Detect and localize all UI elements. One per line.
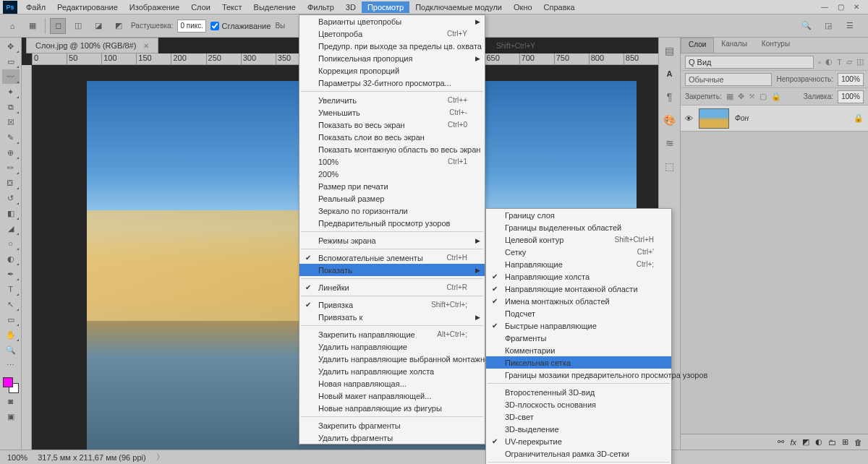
- filter-smart-icon[interactable]: ◫: [856, 57, 864, 66]
- menu-item[interactable]: ✔Имена монтажных областей: [486, 295, 671, 307]
- menu-item[interactable]: УменьшитьCtrl+-: [299, 106, 485, 119]
- move-tool[interactable]: ✥: [2, 39, 20, 53]
- layer-thumbnail[interactable]: [699, 108, 729, 129]
- menu-item[interactable]: Показать▶: [299, 264, 485, 276]
- heal-tool[interactable]: ⊕: [2, 145, 20, 160]
- menu-item[interactable]: Привязать к▶: [299, 311, 485, 323]
- filter-adjust-icon[interactable]: ◐: [825, 57, 833, 66]
- eraser-tool[interactable]: ◧: [2, 206, 20, 220]
- menu-item[interactable]: Показать во весь экранCtrl+0: [299, 119, 485, 131]
- filter-shape-icon[interactable]: ▱: [846, 57, 852, 66]
- antialias-checkbox[interactable]: Сглаживание: [210, 22, 271, 30]
- stamp-tool[interactable]: ⛋: [2, 176, 20, 190]
- shape-tool[interactable]: ▭: [2, 312, 20, 327]
- adjustments-panel-icon[interactable]: ≋: [663, 136, 677, 150]
- layer-filter-kind[interactable]: Q Вид: [685, 56, 814, 69]
- menu-item[interactable]: ✔Направляющие монтажной области: [486, 283, 671, 295]
- menu-item[interactable]: Закрепить фрагменты: [299, 419, 485, 431]
- menu-item[interactable]: Режимы экрана▶: [299, 234, 485, 246]
- color-swatches[interactable]: [3, 377, 19, 393]
- history-brush-tool[interactable]: ↺: [2, 191, 20, 205]
- chevron-right-icon[interactable]: 〉: [156, 452, 164, 463]
- feather-input[interactable]: [177, 20, 206, 33]
- menu-текст[interactable]: Текст: [216, 1, 248, 13]
- quickmask-tool[interactable]: ◙: [2, 394, 20, 408]
- gradient-tool[interactable]: ◢: [2, 221, 20, 236]
- history-panel-icon[interactable]: ▤: [663, 43, 677, 58]
- menu-фильтр[interactable]: Фильтр: [302, 1, 340, 13]
- close-tab-icon[interactable]: ✕: [143, 42, 149, 50]
- menu-item[interactable]: СеткуCtrl+': [486, 246, 671, 258]
- layer-mask-icon[interactable]: ◩: [802, 437, 809, 447]
- menu-item[interactable]: Предварительный просмотр узоров: [299, 217, 485, 229]
- zoom-level[interactable]: 100%: [7, 453, 27, 462]
- lasso-tool[interactable]: 〰: [2, 69, 20, 84]
- share-icon[interactable]: ◲: [820, 18, 836, 34]
- selection-add-icon[interactable]: ◫: [70, 18, 86, 34]
- lock-icon[interactable]: 🔒: [771, 92, 781, 101]
- menu-item[interactable]: Новый макет направляющей...: [299, 390, 485, 402]
- panel-menu-icon[interactable]: ☰: [842, 18, 858, 34]
- menu-изображение[interactable]: Изображение: [124, 1, 185, 13]
- menu-item[interactable]: ✔UV-перекрытие: [486, 435, 671, 447]
- menu-item[interactable]: ✔Быстрые направляющие: [486, 319, 671, 332]
- menu-item[interactable]: ✔ПривязкаShift+Ctrl+;: [299, 298, 485, 311]
- menu-3d[interactable]: 3D: [340, 1, 362, 13]
- layer-name[interactable]: Фон: [735, 114, 749, 122]
- marquee-tool[interactable]: ▭: [2, 54, 20, 69]
- eyedropper-tool[interactable]: ✎: [2, 130, 20, 145]
- menu-item[interactable]: Размер при печати: [299, 180, 485, 192]
- frame-tool[interactable]: ☒: [2, 115, 20, 129]
- menu-слои[interactable]: Слои: [185, 1, 216, 13]
- menu-справка[interactable]: Справка: [538, 1, 581, 13]
- color-panel-icon[interactable]: 🎨: [663, 113, 677, 127]
- wand-tool[interactable]: ✦: [2, 85, 20, 99]
- menu-item[interactable]: ✔ЛинейкиCtrl+R: [299, 281, 485, 293]
- paragraph-panel-icon[interactable]: ¶: [663, 90, 677, 104]
- delete-layer-icon[interactable]: 🗑: [854, 438, 862, 447]
- hand-tool[interactable]: ✋: [2, 327, 20, 342]
- workspace-icon[interactable]: ▦: [25, 18, 41, 34]
- menu-item[interactable]: Реальный размер: [299, 192, 485, 205]
- menu-item[interactable]: Пиксельная сетка: [486, 356, 671, 369]
- lock-pixels-icon[interactable]: ▦: [726, 92, 733, 101]
- menu-просмотр[interactable]: Просмотр: [362, 1, 409, 13]
- menu-файл[interactable]: Файл: [20, 1, 51, 13]
- selection-intersect-icon[interactable]: ◩: [111, 18, 127, 34]
- menu-окно[interactable]: Окно: [508, 1, 538, 13]
- blend-mode-select[interactable]: Обычные: [685, 73, 772, 86]
- menu-item[interactable]: Закрепить направляющиеAlt+Ctrl+;: [299, 328, 485, 340]
- menu-выделение[interactable]: Выделение: [248, 1, 302, 13]
- menu-редактирование[interactable]: Редактирование: [51, 1, 124, 13]
- menu-item[interactable]: Предупр. при выходе за пределы цв. охват…: [299, 40, 485, 52]
- path-select-tool[interactable]: ↖: [2, 297, 20, 312]
- visibility-icon[interactable]: 👁: [685, 114, 693, 123]
- menu-item[interactable]: Показать слои во весь экран: [299, 131, 485, 143]
- new-layer-icon[interactable]: ⊞: [842, 437, 848, 447]
- type-tool[interactable]: T: [2, 282, 20, 296]
- menu-item[interactable]: ✔Направляющие холста: [486, 270, 671, 283]
- filter-image-icon[interactable]: ▫: [818, 58, 821, 66]
- layer-group-icon[interactable]: 🗀: [828, 438, 836, 447]
- menu-подключаемые модули[interactable]: Подключаемые модули: [409, 1, 508, 13]
- tab-paths[interactable]: Контуры: [754, 38, 797, 53]
- layer-item[interactable]: 👁 Фон 🔒: [681, 106, 868, 132]
- zoom-tool[interactable]: 🔍: [2, 343, 20, 357]
- menu-item[interactable]: УвеличитьCtrl++: [299, 94, 485, 106]
- lock-artboard-icon[interactable]: ▢: [760, 92, 767, 101]
- lock-position-icon[interactable]: ✥: [738, 92, 744, 101]
- close-icon[interactable]: ✕: [849, 1, 864, 13]
- tab-layers[interactable]: Слои: [681, 38, 714, 53]
- filter-type-icon[interactable]: T: [837, 58, 842, 66]
- menu-item[interactable]: Попиксельная пропорция▶: [299, 52, 485, 64]
- blur-tool[interactable]: ○: [2, 236, 20, 251]
- menu-item[interactable]: ЦветопробаCtrl+Y: [299, 27, 485, 40]
- home-icon[interactable]: ⌂: [4, 18, 20, 34]
- menu-item[interactable]: Фрагменты: [486, 332, 671, 344]
- selection-subtract-icon[interactable]: ◪: [90, 18, 106, 34]
- menu-item[interactable]: Новая направляющая...: [299, 377, 485, 390]
- dodge-tool[interactable]: ◐: [2, 252, 20, 266]
- opacity-input[interactable]: 100%: [838, 73, 864, 86]
- tab-channels[interactable]: Каналы: [714, 38, 754, 53]
- search-icon[interactable]: 🔍: [799, 18, 814, 34]
